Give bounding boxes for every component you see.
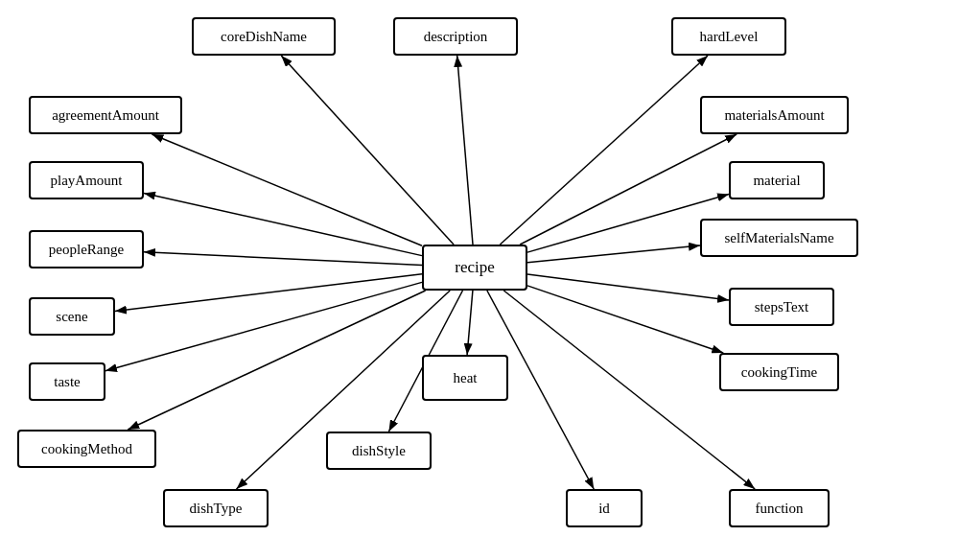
svg-line-1: [281, 56, 454, 245]
node-dishType: dishType: [163, 489, 269, 527]
svg-line-19: [503, 291, 755, 489]
svg-line-2: [457, 56, 473, 245]
svg-line-3: [500, 56, 708, 245]
node-heat: heat: [422, 355, 508, 401]
svg-line-10: [115, 274, 422, 312]
svg-line-9: [527, 245, 700, 263]
node-playAmount: playAmount: [29, 161, 144, 199]
node-hardLevel: hardLevel: [671, 17, 786, 56]
diagram: recipecoreDishNamedescriptionhardLevelag…: [0, 0, 959, 560]
svg-line-8: [144, 252, 422, 266]
node-function: function: [729, 489, 830, 527]
svg-line-7: [527, 194, 729, 252]
node-cookingTime: cookingTime: [719, 353, 839, 391]
node-agreementAmount: agreementAmount: [29, 96, 182, 134]
node-coreDishName: coreDishName: [192, 17, 336, 56]
svg-line-13: [527, 286, 723, 353]
node-dishStyle: dishStyle: [326, 432, 432, 470]
svg-line-11: [527, 274, 729, 300]
node-selfMaterialsName: selfMaterialsName: [700, 219, 858, 257]
node-cookingMethod: cookingMethod: [17, 430, 156, 468]
node-recipe: recipe: [422, 245, 527, 291]
svg-line-12: [105, 282, 422, 370]
node-description: description: [393, 17, 518, 56]
node-id: id: [566, 489, 643, 527]
node-taste: taste: [29, 362, 105, 401]
svg-line-15: [467, 291, 473, 355]
node-scene: scene: [29, 297, 115, 336]
node-peopleRange: peopleRange: [29, 230, 144, 268]
node-material: material: [729, 161, 825, 199]
svg-line-4: [152, 134, 422, 245]
svg-line-14: [128, 291, 425, 430]
node-materialsAmount: materialsAmount: [700, 96, 849, 134]
node-stepsText: stepsText: [729, 288, 834, 326]
svg-line-6: [144, 193, 422, 255]
